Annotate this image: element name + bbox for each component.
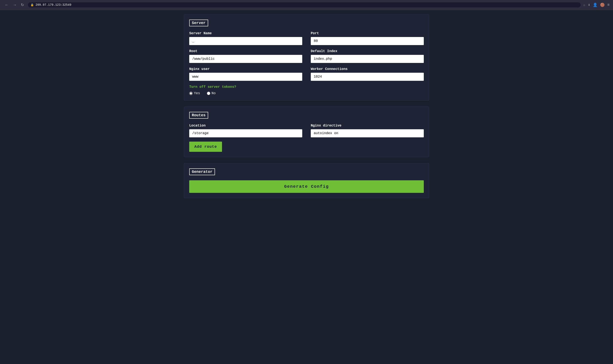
server-name-group: Server Name — [189, 31, 302, 45]
add-route-button[interactable]: Add route — [189, 142, 222, 152]
address-input[interactable] — [36, 3, 578, 7]
location-group: Location — [189, 124, 302, 137]
port-group: Port — [311, 31, 424, 45]
root-group: Root — [189, 49, 302, 63]
server-section-title: Server — [189, 20, 208, 26]
generator-section-title: Generator — [189, 169, 215, 175]
server-section: Server Server Name Port Root Default Ind… — [184, 14, 429, 101]
forward-button[interactable]: → — [12, 2, 18, 8]
generator-section: Generator Generate Config — [184, 163, 429, 198]
root-input[interactable] — [189, 55, 302, 63]
worker-connections-label: Worker Connections — [311, 67, 424, 71]
server-form-grid: Server Name Port Root Default Index Ngin… — [189, 31, 424, 81]
page-content: Server Server Name Port Root Default Ind… — [179, 10, 434, 208]
default-index-input[interactable] — [311, 55, 424, 63]
port-label: Port — [311, 31, 424, 35]
download-icon[interactable]: ⬇ — [588, 2, 590, 7]
token-yes-label: Yes — [194, 91, 200, 95]
reload-button[interactable]: ↻ — [20, 2, 25, 8]
token-yes-radio[interactable] — [189, 92, 193, 95]
browser-chrome: ← → ↻ 🔒 ☆ ⬇ 👤 🟤 ≡ — [0, 0, 613, 10]
worker-connections-group: Worker Connections — [311, 67, 424, 81]
token-no-option[interactable]: No — [207, 91, 216, 95]
directive-input[interactable] — [311, 129, 424, 137]
generate-config-button[interactable]: Generate Config — [189, 180, 424, 193]
back-button[interactable]: ← — [3, 2, 10, 8]
routes-section: Routes Location Nginx directive Add rout… — [184, 106, 429, 157]
lock-icon: 🔒 — [30, 3, 34, 7]
address-bar-container: 🔒 — [28, 2, 581, 7]
profile-icon[interactable]: 👤 — [593, 2, 598, 7]
nginx-user-group: Nginx user — [189, 67, 302, 81]
token-radio-group: Yes No — [189, 91, 424, 95]
default-index-group: Default Index — [311, 49, 424, 63]
worker-connections-input[interactable] — [311, 73, 424, 81]
nginx-user-input[interactable] — [189, 73, 302, 81]
root-label: Root — [189, 49, 302, 53]
directive-group: Nginx directive — [311, 124, 424, 137]
token-no-label: No — [212, 91, 216, 95]
avatar-icon[interactable]: 🟤 — [600, 2, 605, 7]
star-icon[interactable]: ☆ — [583, 2, 586, 7]
server-name-label: Server Name — [189, 31, 302, 35]
nav-buttons: ← → ↻ — [3, 2, 25, 8]
browser-actions: ☆ ⬇ 👤 🟤 ≡ — [583, 2, 610, 7]
token-question-label: Turn off server tokens? — [189, 85, 424, 89]
server-name-input[interactable] — [189, 37, 302, 45]
directive-label: Nginx directive — [311, 124, 424, 128]
routes-section-title: Routes — [189, 112, 208, 119]
token-no-radio[interactable] — [207, 92, 210, 95]
token-question-group: Turn off server tokens? Yes No — [189, 85, 424, 95]
location-label: Location — [189, 124, 302, 128]
menu-icon[interactable]: ≡ — [607, 3, 610, 7]
location-input[interactable] — [189, 129, 302, 137]
nginx-user-label: Nginx user — [189, 67, 302, 71]
port-input[interactable] — [311, 37, 424, 45]
default-index-label: Default Index — [311, 49, 424, 53]
routes-form-grid: Location Nginx directive — [189, 124, 424, 137]
token-yes-option[interactable]: Yes — [189, 91, 200, 95]
